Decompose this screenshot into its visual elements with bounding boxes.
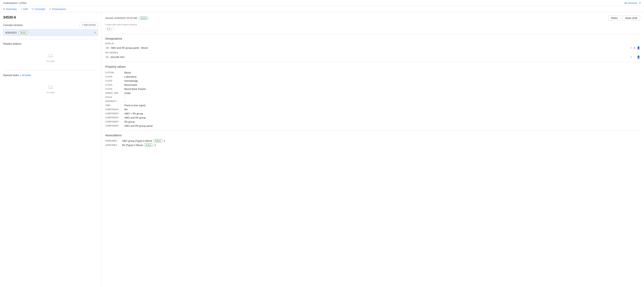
property-row-3: CLASS Blood bank (105, 83, 640, 87)
property-row-1: CLASS Laboratory (105, 75, 640, 79)
assoc-row-0: SUBSUMES ABO group [Type] in Blood Activ… (105, 139, 640, 142)
keywords-group: KEY-WORDS et Juhuslik Veri ci ☆ 👤 (105, 52, 640, 59)
property-row-7: PROPERTY - (105, 99, 640, 103)
prop-key-10: COMPONENT (105, 112, 123, 115)
property-rows: SYSTEM Blood CLASS Laboratory CLASS Hema… (105, 70, 640, 128)
star-icon-0[interactable]: ★ (633, 46, 636, 49)
ci-label-kw-0: ci (630, 56, 632, 58)
tab-concepts[interactable]: ☰ Concepts (32, 7, 45, 11)
property-row-12: COMPONENT Rh group (105, 120, 640, 124)
version-row[interactable]: 4/26/2023 Active ⎘ (3, 29, 98, 36)
app-header: CodeSystem: LOINC All versions × (0, 0, 644, 6)
prop-value-7: - (124, 100, 125, 103)
keyword-lang-0: et (105, 56, 109, 58)
user-icon-0: 👤 (637, 46, 640, 49)
prop-key-2: CLASS (105, 79, 123, 82)
tab-edit-label: Edit (24, 8, 28, 10)
prop-key-6: SCALE (105, 96, 123, 98)
property-row-11: COMPONENT ABO and Rh group (105, 116, 640, 120)
tasks-empty: 🗂 No data (3, 79, 98, 99)
tab-summary[interactable]: ⊞ Summary (3, 7, 17, 11)
left-panel: 34530-6 Concept versions + Add version 4… (0, 12, 101, 285)
linked-section: Linked with code system versions 1.1 × (105, 24, 640, 31)
divider-right-2 (105, 62, 640, 62)
linked-label: Linked with code system versions (105, 24, 640, 26)
associations-title: Associations (105, 134, 640, 137)
prop-value-10: ABO + Rh group (124, 112, 143, 115)
ci-label-0: ci (630, 46, 632, 49)
prop-key-7: PROPERTY (105, 100, 123, 102)
copy-icon[interactable]: ⎘ (94, 31, 96, 34)
prop-value-0: Blood (124, 71, 131, 74)
no-data-icon-2: 🗂 (48, 84, 54, 90)
version-row-left: 4/26/2023 Active (5, 31, 28, 34)
related-artifacts-title: Related artifacts (3, 42, 98, 45)
no-data-icon-1: 🗂 (48, 52, 54, 59)
display-sub-label: DISPLAY (105, 42, 640, 45)
prop-value-8: Point in time (spot) (124, 104, 146, 107)
property-row-5: ORDER_OBS Order (105, 91, 640, 95)
retire-button[interactable]: Retire (608, 16, 621, 21)
designations-title: Designations (105, 37, 640, 40)
keyword-content-0: et Juhuslik Veri (105, 56, 124, 58)
no-data-text-1: No data (46, 60, 54, 62)
tasks-separator: | (20, 74, 20, 76)
opened-tasks-header: Opened tasks | All tasks (3, 74, 98, 76)
prop-value-2: Hematology (124, 79, 138, 82)
prop-key-13: COMPONENT (105, 124, 123, 127)
keyword-actions-0: ci ☆ 👤 (630, 55, 640, 58)
display-row-0: en ABO and Rh group panel - Blood ci ★ 👤 (105, 46, 640, 50)
property-values-title: Property values (105, 65, 640, 68)
tab-summary-label: Summary (6, 8, 17, 10)
assoc-text-1: Rh [Type] in Blood (122, 144, 143, 146)
prop-key-1: CLASS (105, 75, 123, 78)
concepts-icon: ☰ (32, 8, 34, 10)
assoc-key-0: SUBSUMES (105, 140, 121, 142)
star-icon-kw-0[interactable]: ☆ (633, 56, 636, 58)
add-version-button[interactable]: + Add version (80, 22, 98, 27)
prop-value-3: Blood bank (124, 84, 137, 86)
action-buttons: Retire Make draft (608, 16, 640, 21)
display-content-0: en ABO and Rh group panel - Blood (105, 46, 148, 49)
prop-value-9: Rh (124, 108, 128, 111)
assoc-row-1: SUBSUMES Rh [Type] in Blood Active 2 (105, 144, 640, 146)
display-actions-0: ci ★ 👤 (630, 46, 640, 49)
concept-versions-label: Concept versions (3, 24, 22, 26)
prop-key-3: CLASS (105, 84, 123, 86)
prop-key-11: COMPONENT (105, 116, 123, 119)
assoc-badge-1: Active (144, 144, 153, 146)
prop-value-13: ABO and Rh group panel (124, 124, 152, 127)
all-versions-link[interactable]: All versions (624, 2, 637, 4)
tab-concepts-label: Concepts (34, 8, 45, 10)
assoc-text-0: ABO group [Type] in Blood (122, 140, 152, 142)
version-status-badge: Active (18, 31, 28, 34)
all-tasks-link[interactable]: All tasks (22, 74, 31, 76)
linked-tag-close[interactable]: × (111, 28, 112, 30)
related-artifacts-empty: 🗂 No data (3, 48, 98, 67)
property-row-9: COMPONENT Rh (105, 108, 640, 112)
prop-value-11: ABO and Rh group (124, 116, 146, 119)
prop-value-6: - (124, 96, 125, 99)
divider-1 (3, 39, 98, 39)
make-draft-button[interactable]: Make draft (622, 16, 640, 21)
assoc-num-1: 2 (154, 144, 156, 146)
no-data-text-2: No data (46, 91, 54, 94)
property-row-2: CLASS Hematology (105, 79, 640, 83)
close-button[interactable]: × (639, 1, 641, 5)
linked-tag-0: 1.1 × (105, 27, 114, 31)
version-date: 4/26/2023 (5, 31, 16, 34)
prop-value-1: Laboratory (124, 75, 136, 78)
property-row-6: SCALE - (105, 95, 640, 99)
property-row-13: COMPONENT ABO and Rh group panel (105, 124, 640, 128)
property-row-10: COMPONENT ABO + Rh group (105, 112, 640, 116)
version-label: Version 4/26/2023 10:42 AM (105, 16, 137, 20)
keyword-text-0: Juhuslik Veri (110, 56, 124, 58)
prop-key-4: CLASS (105, 88, 123, 90)
tab-provenance[interactable]: ⏱ Provenance (49, 7, 66, 11)
assoc-badge-0: Active (153, 139, 162, 142)
tab-edit[interactable]: ↗ Edit (21, 7, 28, 11)
property-row-8: TIME Point in time (spot) (105, 103, 640, 108)
association-rows: SUBSUMES ABO group [Type] in Blood Activ… (105, 139, 640, 146)
prop-key-12: COMPONENT (105, 120, 123, 123)
right-panel: Version 4/26/2023 10:42 AM Active Retire… (101, 12, 644, 285)
